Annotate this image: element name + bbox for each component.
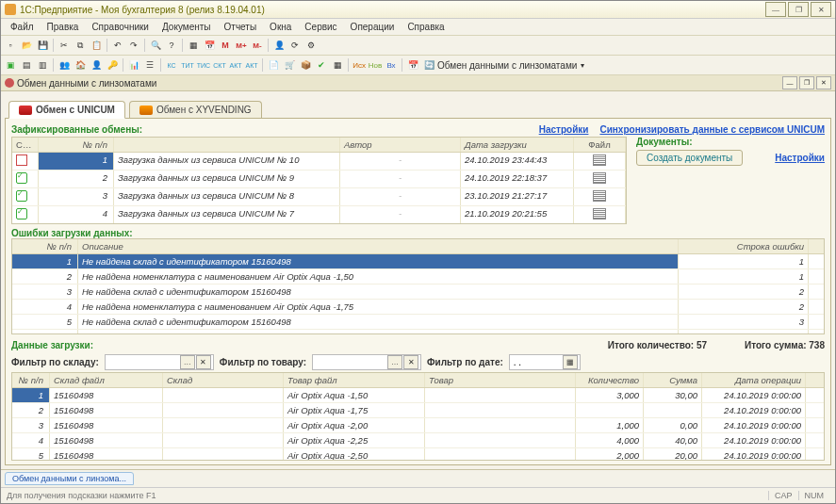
col-dop[interactable]: Дата операции [702, 373, 806, 387]
filter-warehouse-input[interactable]: …✕ [105, 354, 214, 370]
tb2-nov-icon[interactable]: Нов [368, 57, 383, 73]
tb2-exchange-icon[interactable]: 🔄 [421, 57, 436, 73]
refresh-icon[interactable]: ⟳ [287, 38, 303, 53]
col-date[interactable]: Дата загрузки [461, 138, 574, 152]
tb2-report-icon[interactable]: 📊 [126, 57, 141, 73]
help-icon[interactable]: ? [164, 38, 179, 53]
col-tov[interactable]: Товар [425, 373, 576, 387]
errors-grid[interactable]: № п/п Описание Строка ошибки 1Не найдена… [11, 238, 825, 334]
error-row[interactable]: 5Не найдена склад с идентификатором 1516… [12, 315, 824, 330]
data-row[interactable]: 415160498Air Optix Aqua -2,254,00040,002… [12, 433, 824, 448]
sync-link[interactable]: Синхронизировать данные с сервисом UNICU… [599, 124, 825, 135]
error-row[interactable]: 6Не найдена номенклатура с наименованием… [12, 330, 824, 333]
warehouse-clear-icon[interactable]: ✕ [196, 355, 211, 369]
tab-unicum[interactable]: Обмен с UNICUM [8, 101, 125, 119]
open-icon[interactable]: 📂 [19, 38, 34, 53]
tb2-ks-icon[interactable]: КС [164, 57, 179, 73]
tb2-tis-icon[interactable]: ТИС [196, 57, 211, 73]
exchanges-grid[interactable]: Статус № п/п Автор Дата загрузки Файл 1З… [11, 137, 627, 224]
calendar-icon[interactable]: 📅 [202, 38, 217, 53]
exchange-row[interactable]: 1Загрузка данных из сервиса UNICUM № 10-… [12, 153, 626, 171]
mminus-icon[interactable]: M- [250, 38, 265, 53]
maximize-button[interactable]: ❐ [788, 2, 809, 17]
mplus-icon[interactable]: M+ [234, 38, 249, 53]
filter-product-input[interactable]: …✕ [312, 354, 421, 370]
col-qty[interactable]: Количество [576, 373, 644, 387]
col-err-desc[interactable]: Описание [78, 239, 679, 253]
tb2-akt-icon[interactable]: АКТ [228, 57, 243, 73]
file-icon[interactable] [593, 154, 606, 166]
create-docs-button[interactable]: Создать документы [636, 150, 743, 166]
tb2-3-icon[interactable]: ▥ [35, 57, 50, 73]
error-row[interactable]: 2Не найдена номенклатура с наименованием… [12, 269, 824, 285]
menu-windows[interactable]: Окна [264, 21, 297, 33]
sub-minimize-button[interactable]: — [782, 76, 797, 89]
save-icon[interactable]: 💾 [35, 38, 50, 53]
tb2-cal2-icon[interactable]: 📅 [405, 57, 420, 73]
tb2-bx-icon[interactable]: Вх [384, 57, 399, 73]
copy-icon[interactable]: ⧉ [73, 38, 88, 53]
col-err-num[interactable]: № п/п [12, 239, 78, 253]
tb2-sheet-icon[interactable]: ▦ [330, 57, 345, 73]
tb2-cart-icon[interactable]: 🛒 [282, 57, 297, 73]
menu-docs[interactable]: Документы [156, 21, 217, 33]
tb2-1-icon[interactable]: ▣ [3, 57, 18, 73]
undo-icon[interactable]: ↶ [110, 38, 125, 53]
tb2-7-icon[interactable]: 🔑 [105, 57, 120, 73]
data-grid[interactable]: № п/п Склад файл Склад Товар файл Товар … [11, 372, 825, 461]
filter-date-input[interactable]: ▦ [509, 354, 581, 370]
warehouse-select-icon[interactable]: … [180, 355, 195, 369]
window-tab-exchange[interactable]: Обмен данными с линзома... [5, 472, 134, 485]
tb2-check-icon[interactable]: ✔ [314, 57, 329, 73]
find-icon[interactable]: 🔍 [148, 38, 163, 53]
product-select-icon[interactable]: … [387, 355, 402, 369]
col-author[interactable]: Автор [340, 138, 461, 152]
tb2-doc-icon[interactable]: 📄 [266, 57, 281, 73]
sub-close-button[interactable]: ✕ [816, 76, 831, 89]
tb2-tit-icon[interactable]: ТИТ [180, 57, 195, 73]
minimize-button[interactable]: — [765, 2, 786, 17]
col-status[interactable]: Статус [12, 138, 39, 152]
calc-icon[interactable]: ▦ [186, 38, 201, 53]
data-row[interactable]: 515160498Air Optix Aqua -2,502,00020,002… [12, 448, 824, 460]
paste-icon[interactable]: 📋 [89, 38, 104, 53]
cut-icon[interactable]: ✂ [57, 38, 72, 53]
col-sklf[interactable]: Склад файл [50, 373, 163, 387]
tb2-okt-icon[interactable]: СКТ [212, 57, 227, 73]
exchange-row[interactable]: 2Загрузка данных из сервиса UNICUM № 9-2… [12, 171, 626, 188]
file-icon[interactable] [593, 190, 606, 202]
dropdown-icon[interactable]: ▾ [578, 61, 587, 70]
file-icon[interactable] [593, 172, 606, 184]
date-picker-icon[interactable]: ▦ [563, 355, 578, 369]
menu-ops[interactable]: Операции [345, 21, 401, 33]
settings-link[interactable]: Настройки [539, 124, 589, 135]
m-icon[interactable]: M [218, 38, 233, 53]
menu-reports[interactable]: Отчеты [219, 21, 263, 33]
tab-xyvending[interactable]: Обмен с XYVENDING [129, 101, 262, 118]
sub-restore-button[interactable]: ❐ [799, 76, 814, 89]
menu-service[interactable]: Сервис [299, 21, 342, 33]
subwindow-titlebar[interactable]: Обмен данными с линзоматами — ❐ ✕ [1, 75, 835, 91]
exchange-row[interactable]: 4Загрузка данных из сервиса UNICUM № 7-2… [12, 206, 626, 223]
tb2-5-icon[interactable]: 🏠 [73, 57, 88, 73]
col-file[interactable]: Файл [574, 138, 626, 152]
redo-icon[interactable]: ↷ [126, 38, 141, 53]
menu-file[interactable]: Файл [5, 21, 40, 33]
col-skl[interactable]: Склад [163, 373, 284, 387]
col-err-line[interactable]: Строка ошибки [679, 239, 809, 253]
col-num[interactable]: № п/п [39, 138, 114, 152]
user-icon[interactable]: 👤 [271, 38, 287, 53]
menu-help[interactable]: Справка [402, 21, 450, 33]
error-row[interactable]: 1Не найдена склад с идентификатором 1516… [12, 254, 824, 269]
data-row[interactable]: 315160498Air Optix Aqua -2,001,0000,0024… [12, 418, 824, 433]
data-row[interactable]: 115160498Air Optix Aqua -1,503,00030,002… [12, 388, 824, 403]
exchange-row[interactable]: 3Загрузка данных из сервиса UNICUM № 8-2… [12, 188, 626, 206]
tb2-act-icon[interactable]: АКТ [244, 57, 259, 73]
tb2-isx-icon[interactable]: Исх [352, 57, 367, 73]
tb2-6-icon[interactable]: 👤 [89, 57, 104, 73]
close-button[interactable]: ✕ [811, 2, 831, 17]
toolbar2-label[interactable]: Обмен данными с линзоматами [437, 60, 577, 71]
data-row[interactable]: 215160498Air Optix Aqua -1,7524.10.2019 … [12, 403, 824, 418]
error-row[interactable]: 4Не найдена номенклатура с наименованием… [12, 300, 824, 315]
col-idx[interactable]: № п/п [12, 373, 50, 387]
